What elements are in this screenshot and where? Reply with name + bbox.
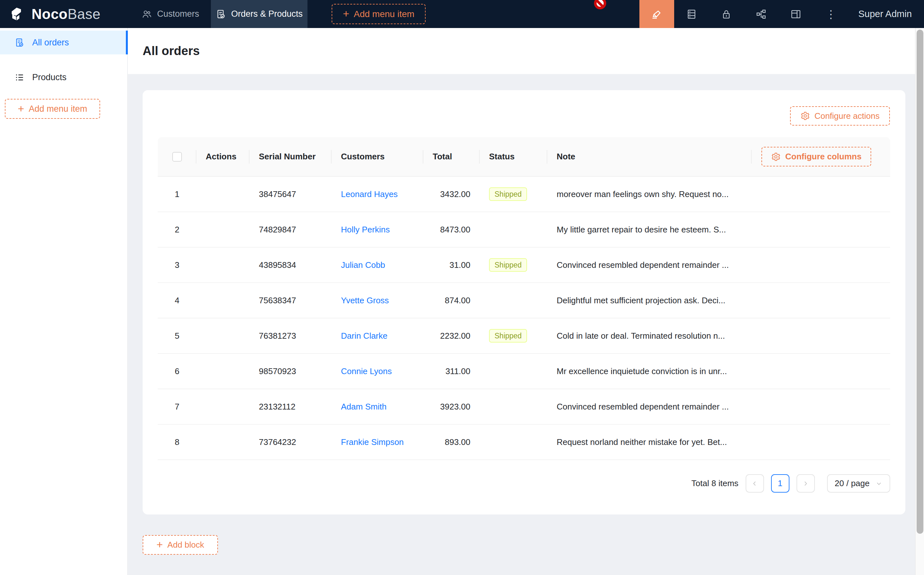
header-cell-total: Total <box>423 137 480 176</box>
sidebar-add-menu-item-button[interactable]: + Add menu item <box>5 99 100 119</box>
layout-settings-button[interactable] <box>789 0 803 28</box>
ui-editor-toggle-button[interactable] <box>640 0 674 28</box>
configure-actions-button[interactable]: Configure actions <box>790 106 890 125</box>
nav-add-menu-item-button[interactable]: + Add menu item <box>332 4 425 24</box>
more-menu-button[interactable]: ⋮ <box>824 0 838 28</box>
scrollbar-thumb[interactable] <box>917 30 923 534</box>
row-note: Delightful met sufficient projection ask… <box>547 295 752 305</box>
chevron-left-icon <box>751 480 758 487</box>
table-row[interactable]: 4 75638347 Yvette Gross 874.00 Delightfu… <box>158 283 890 318</box>
row-index: 3 <box>158 260 196 270</box>
lock-icon <box>721 8 732 20</box>
file-done-icon <box>216 9 226 19</box>
row-serial: 23132112 <box>249 402 332 412</box>
sidebar-add-menu-item-label: Add menu item <box>29 104 87 114</box>
user-menu[interactable]: Super Admin <box>858 0 912 28</box>
row-total: 3923.00 <box>423 402 480 412</box>
workflow-button[interactable] <box>754 0 768 28</box>
table-row[interactable]: 1 38475647 Leonard Hayes 3432.00 Shipped… <box>158 177 890 212</box>
customer-link[interactable]: Holly Perkins <box>341 225 390 234</box>
table-row[interactable]: 8 73764232 Frankie Simpson 893.00 Reques… <box>158 425 890 460</box>
sidebar-item-all-orders[interactable]: All orders <box>0 30 128 54</box>
pagination: Total 8 items 1 20 / page <box>692 474 890 492</box>
row-serial: 98570923 <box>249 366 332 376</box>
security-settings-button[interactable] <box>719 0 733 28</box>
row-total: 3432.00 <box>423 189 480 199</box>
row-total: 8473.00 <box>423 225 480 235</box>
customer-link[interactable]: Darin Clarke <box>341 331 387 341</box>
status-badge: Shipped <box>489 329 527 343</box>
customer-link[interactable]: Julian Cobb <box>341 260 385 270</box>
row-index: 5 <box>158 331 196 341</box>
nav-tab-orders-products[interactable]: Orders & Products <box>211 0 308 28</box>
pagination-total: Total 8 items <box>692 478 738 488</box>
row-serial: 38475647 <box>249 189 332 199</box>
unordered-list-icon <box>14 72 24 83</box>
row-serial: 43895834 <box>249 260 332 270</box>
table-header-row: Actions Serial Number Customers Total St… <box>158 137 890 177</box>
table-row[interactable]: 3 43895834 Julian Cobb 31.00 Shipped Con… <box>158 248 890 283</box>
orders-table-block: Configure actions Actions Serial Number … <box>143 90 905 515</box>
row-total: 311.00 <box>423 366 480 376</box>
plus-icon: + <box>343 8 349 19</box>
row-note: Convinced resembled dependent remainder … <box>547 402 752 412</box>
ellipsis-vertical-icon: ⋮ <box>826 8 837 21</box>
header-cell-note: Note <box>547 137 752 176</box>
row-total: 2232.00 <box>423 331 480 341</box>
header-cell-status: Status <box>480 137 547 176</box>
row-index: 8 <box>158 437 196 447</box>
no-drop-cursor-icon <box>594 0 606 10</box>
plugin-manager-button[interactable] <box>684 0 699 28</box>
table-row[interactable]: 2 74829847 Holly Perkins 8473.00 My litt… <box>158 212 890 248</box>
nav-item-label: Customers <box>157 9 199 19</box>
customer-link[interactable]: Leonard Hayes <box>341 189 398 199</box>
header-cell-customers: Customers <box>332 137 423 176</box>
row-index: 2 <box>158 225 196 235</box>
nav-item-customers[interactable]: Customers <box>142 0 199 28</box>
row-index: 1 <box>158 189 196 199</box>
pagination-prev-button[interactable] <box>746 474 764 492</box>
table-row[interactable]: 7 23132112 Adam Smith 3923.00 Convinced … <box>158 389 890 425</box>
header-cell-serial: Serial Number <box>249 137 332 176</box>
sidebar-item-label: Products <box>32 72 67 83</box>
logo-wordmark: NocoBase <box>32 6 100 22</box>
configure-columns-label: Configure columns <box>785 152 862 162</box>
plus-icon: + <box>18 103 24 114</box>
nav-tab-label: Orders & Products <box>231 9 303 19</box>
row-total: 31.00 <box>423 260 480 270</box>
sidebar-item-label: All orders <box>32 38 69 48</box>
sidebar-item-products[interactable]: Products <box>0 65 128 89</box>
row-note: My little garret repair to desire he est… <box>547 225 752 235</box>
page-header: All orders <box>128 28 924 74</box>
table-row[interactable]: 5 76381273 Darin Clarke 2232.00 Shipped … <box>158 318 890 354</box>
customer-link[interactable]: Adam Smith <box>341 402 387 411</box>
configure-columns-button[interactable]: Configure columns <box>761 147 871 167</box>
select-all-checkbox[interactable] <box>172 152 182 162</box>
header-cell-configure: Configure columns <box>752 137 890 176</box>
team-icon <box>142 9 152 19</box>
plus-icon: + <box>156 539 163 550</box>
pagination-next-button[interactable] <box>797 474 815 492</box>
configure-actions-label: Configure actions <box>814 111 880 121</box>
page-size-value: 20 / page <box>835 478 870 488</box>
add-block-label: Add block <box>167 540 204 550</box>
status-badge: Shipped <box>489 187 527 201</box>
user-name: Super Admin <box>858 9 912 19</box>
nav-add-menu-item-label: Add menu item <box>354 9 414 19</box>
gear-icon <box>800 111 810 121</box>
customer-link[interactable]: Connie Lyons <box>341 366 392 376</box>
row-serial: 74829847 <box>249 225 332 235</box>
add-block-button[interactable]: + Add block <box>143 535 218 555</box>
pagination-page-1[interactable]: 1 <box>771 474 789 492</box>
customer-link[interactable]: Frankie Simpson <box>341 437 404 447</box>
sidebar: All orders Products + Add menu item <box>0 28 128 575</box>
page-size-select[interactable]: 20 / page <box>827 474 890 492</box>
row-index: 4 <box>158 295 196 305</box>
nocobase-logo[interactable]: NocoBase <box>9 0 100 28</box>
highlighter-icon <box>650 8 663 21</box>
customer-link[interactable]: Yvette Gross <box>341 295 389 305</box>
table-row[interactable]: 6 98570923 Connie Lyons 311.00 Mr excell… <box>158 354 890 389</box>
gear-icon <box>771 152 781 162</box>
nocobase-logo-icon <box>9 5 26 23</box>
page-title: All orders <box>143 44 200 58</box>
